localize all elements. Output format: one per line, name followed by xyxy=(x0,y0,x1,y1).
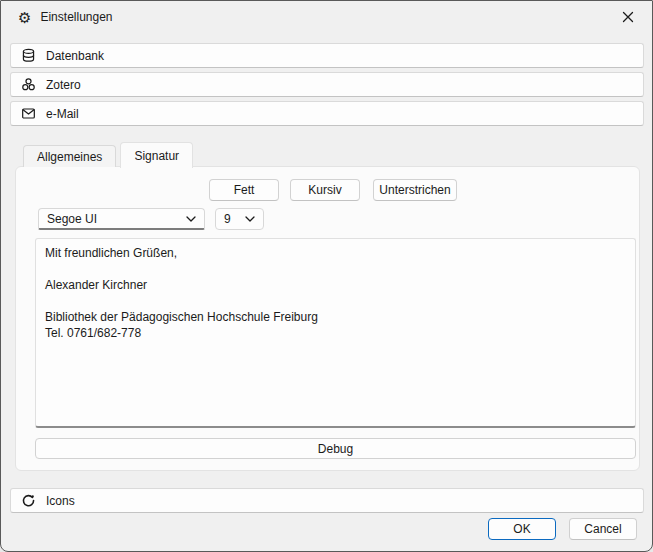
titlebar: ⚙ Einstellungen xyxy=(1,1,652,33)
accordion-label: e-Mail xyxy=(46,107,79,121)
accordion-header-zotero[interactable]: Zotero xyxy=(10,72,644,97)
envelope-icon xyxy=(21,106,36,121)
accordion-label: Datenbank xyxy=(46,49,104,63)
accordion-header-email[interactable]: e-Mail xyxy=(10,101,644,126)
tab-label: Allgemeines xyxy=(37,150,102,164)
refresh-icon xyxy=(21,493,36,508)
tab-label: Signatur xyxy=(134,149,179,163)
font-size-select[interactable]: 9 xyxy=(215,208,264,230)
database-icon xyxy=(21,48,36,63)
ok-button[interactable]: OK xyxy=(488,518,556,540)
tab-signatur[interactable]: Signatur xyxy=(120,142,193,168)
signatur-panel: Fett Kursiv Unterstrichen Segoe UI 9 Mit… xyxy=(15,166,640,471)
accordion-label: Icons xyxy=(46,494,75,508)
font-select-value: Segoe UI xyxy=(47,212,97,226)
settings-dialog: ⚙ Einstellungen Datenbank Zotero e-Mail … xyxy=(0,0,653,552)
italic-button[interactable]: Kursiv xyxy=(290,179,360,201)
accordion-header-datenbank[interactable]: Datenbank xyxy=(10,43,644,68)
cancel-button[interactable]: Cancel xyxy=(569,518,637,540)
accordion-label: Zotero xyxy=(46,78,81,92)
tab-allgemeines[interactable]: Allgemeines xyxy=(23,145,116,167)
accordion-header-icons[interactable]: Icons xyxy=(10,488,644,513)
close-icon xyxy=(622,11,634,23)
chevron-down-icon xyxy=(245,216,255,222)
underline-button[interactable]: Unterstrichen xyxy=(373,179,457,201)
bold-button[interactable]: Fett xyxy=(209,179,279,201)
tab-strip: Allgemeines Signatur xyxy=(23,141,193,167)
gear-icon: ⚙ xyxy=(18,10,31,25)
close-button[interactable] xyxy=(613,6,643,28)
window-title: Einstellungen xyxy=(40,10,112,24)
signature-textarea[interactable]: Mit freundlichen Grüßen, Alexander Kirch… xyxy=(35,238,636,428)
chevron-down-icon xyxy=(186,216,196,222)
font-select[interactable]: Segoe UI xyxy=(38,208,205,230)
debug-button[interactable]: Debug xyxy=(35,438,636,459)
zotero-knot-icon xyxy=(21,77,36,92)
font-size-value: 9 xyxy=(224,212,231,226)
